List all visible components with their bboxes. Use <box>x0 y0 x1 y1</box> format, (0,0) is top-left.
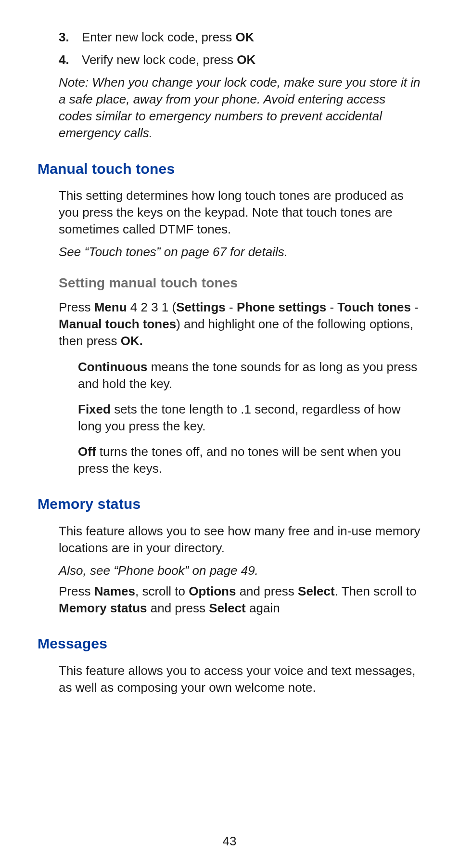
text: . Then scroll to <box>335 584 417 598</box>
heading-memory-status: Memory status <box>38 494 421 514</box>
heading-messages: Messages <box>38 634 421 654</box>
text: and press <box>147 601 209 615</box>
label-phone-settings: Phone settings <box>237 300 326 314</box>
step-number: 3. <box>59 29 72 46</box>
label-touch-tones: Touch tones <box>337 300 411 314</box>
option-label: Continuous <box>78 360 147 374</box>
memory-press-instruction: Press Names, scroll to Options and press… <box>59 583 421 617</box>
label-settings: Settings <box>176 300 226 314</box>
step-body: Enter new lock code, press OK <box>82 29 421 46</box>
label-select: Select <box>298 584 335 598</box>
lock-code-steps: 3. Enter new lock code, press OK 4. Veri… <box>38 29 421 68</box>
label-ok: OK. <box>121 334 143 348</box>
step-4: 4. Verify new lock code, press OK <box>59 52 421 68</box>
option-desc: turns the tones off, and no tones will b… <box>78 444 401 476</box>
option-fixed: Fixed sets the tone length to .1 second,… <box>78 401 421 435</box>
manual-see-ref: See “Touch tones” on page 67 for details… <box>59 244 421 260</box>
option-off: Off turns the tones off, and no tones wi… <box>78 443 421 477</box>
text: , scroll to <box>135 584 189 598</box>
step-bold: OK <box>237 52 255 67</box>
subheading-setting-manual-touch-tones: Setting manual touch tones <box>59 274 421 292</box>
option-desc: sets the tone length to .1 second, regar… <box>78 402 401 433</box>
label-select: Select <box>209 601 246 615</box>
text: - <box>226 300 237 314</box>
page-number: 43 <box>0 833 459 850</box>
label-names: Names <box>94 584 135 598</box>
step-number: 4. <box>59 52 72 68</box>
step-text: Verify new lock code, press <box>82 52 237 67</box>
label-menu: Menu <box>94 300 127 314</box>
manual-press-instruction: Press Menu 4 2 3 1 (Settings - Phone set… <box>59 299 421 350</box>
lock-code-note: Note: When you change your lock code, ma… <box>59 74 421 142</box>
memory-see-ref: Also, see “Phone book” on page 49. <box>59 562 421 579</box>
text: - <box>326 300 337 314</box>
label-manual-touch-tones: Manual touch tones <box>59 317 176 331</box>
option-label: Off <box>78 444 96 459</box>
option-continuous: Continuous means the tone sounds for as … <box>78 359 421 392</box>
text: Press <box>59 300 94 314</box>
step-text: Enter new lock code, press <box>82 30 235 44</box>
memory-intro: This feature allows you to see how many … <box>59 523 421 557</box>
heading-manual-touch-tones: Manual touch tones <box>38 159 421 179</box>
step-3: 3. Enter new lock code, press OK <box>59 29 421 46</box>
step-body: Verify new lock code, press OK <box>82 52 421 68</box>
option-label: Fixed <box>78 402 111 416</box>
text: Press <box>59 584 94 598</box>
label-options: Options <box>189 584 236 598</box>
text: again <box>246 601 280 615</box>
manual-page: 3. Enter new lock code, press OK 4. Veri… <box>0 0 459 868</box>
text: 4 2 3 1 ( <box>127 300 177 314</box>
step-bold: OK <box>235 30 254 44</box>
text: and press <box>236 584 298 598</box>
label-memory-status: Memory status <box>59 601 147 615</box>
messages-intro: This feature allows you to access your v… <box>59 662 421 696</box>
text: - <box>411 300 419 314</box>
manual-intro: This setting determines how long touch t… <box>59 187 421 238</box>
